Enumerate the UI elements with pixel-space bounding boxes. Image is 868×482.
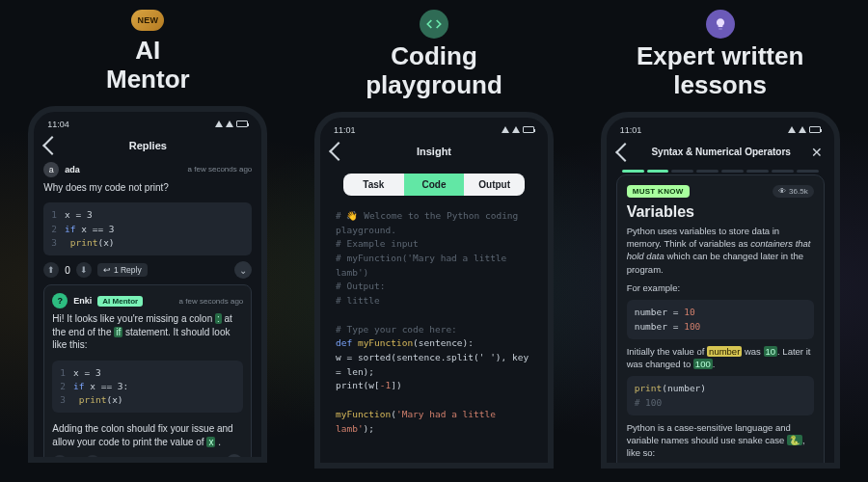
nav-title: Insight [353,146,515,157]
status-time: 11:01 [620,125,642,135]
must-know-badge: MUST KNOW [627,185,690,198]
upvote-button[interactable]: ⬆ [43,262,59,278]
code-editor[interactable]: # 👋 Welcome to the Python coding playgro… [330,205,538,441]
wifi-icon [502,126,509,133]
back-icon[interactable] [42,136,62,155]
signal-icon [512,126,520,133]
battery-icon [236,120,248,127]
back-icon[interactable] [329,142,348,161]
mentor-answer: ? Enki AI Mentor a few seconds ago Hi! I… [43,284,252,463]
phone-ai-mentor: 11:04 Replies a ada a few seconds ago [28,106,267,463]
view-count: 👁 36.5k [773,185,814,198]
phone-playground: 11:01 Insight Task Code Output # 👋 Welco… [314,112,554,469]
feature-playground: Codingplayground 11:01 Insight Task Code… [296,10,573,469]
nav-title: Syntax & Numerical Operators [639,147,803,157]
segmented-control: Task Code Output [343,174,525,196]
user-post: a ada a few seconds ago Why does my code… [43,162,252,279]
lesson-label: For example: [627,281,814,294]
post-body: Why does my code not print? [43,177,252,201]
vote-count: 0 [73,458,79,463]
battery-icon [809,126,821,133]
status-icons [788,125,821,135]
tab-output[interactable]: Output [464,174,525,196]
username[interactable]: Enki [73,296,92,306]
feature-title: Expert writtenlessons [637,42,803,100]
highlight: 🐍 [787,435,802,445]
code-icon [420,10,448,39]
phone-lessons: 11:01 Syntax & Numerical Operators ✕ MUS… [601,112,840,469]
avatar[interactable]: ? [52,293,68,308]
wifi-icon [215,120,223,127]
expand-icon[interactable]: ⌄ [226,454,243,463]
lesson-paragraph: Initially the value of number was 10. La… [627,345,814,371]
timestamp: a few seconds ago [179,297,244,306]
wifi-icon [788,126,796,133]
lesson-heading: Variables [627,203,814,221]
avatar[interactable]: a [43,162,59,177]
code-block: 1x = 3 2if x == 3 3 print(x) [43,202,252,255]
upvote-button[interactable]: ⬆ [52,455,68,463]
ai-mentor-chip: AI Mentor [97,296,143,307]
feature-ai-mentor: NEW AIMentor 11:04 Replies a [10,10,286,469]
highlight: number [707,346,742,357]
back-icon[interactable] [615,143,635,162]
highlight: 10 [764,346,778,357]
new-badge: NEW [131,10,164,31]
reply-button[interactable]: ↩ 1 Reply [97,263,148,277]
lesson-card: MUST KNOW 👁 36.5k Variables Python uses … [616,174,825,469]
timestamp: a few seconds ago [188,165,253,174]
status-icons [215,120,248,129]
feature-title: Codingplayground [366,42,502,100]
status-icons [502,125,534,135]
vote-count: 0 [65,265,70,276]
tab-code[interactable]: Code [404,174,465,196]
username[interactable]: ada [65,165,80,174]
code-block: 1x = 3 2if x == 3: 3 print(x) [52,361,243,414]
expand-icon[interactable]: ⌄ [234,261,252,279]
code-block: number = 10 number = 100 [627,300,814,339]
highlight: 100 [693,359,713,369]
nav-title: Replies [67,140,229,151]
code-block: print(number) # 100 [627,376,814,415]
signal-icon [799,126,806,133]
lesson-paragraph: Python is a case-sensitive language and … [627,421,814,460]
lesson-paragraph: Python uses variables to store data in m… [627,225,814,276]
tab-task[interactable]: Task [343,174,404,196]
signal-icon [226,120,233,127]
battery-icon [523,126,534,133]
close-icon[interactable]: ✕ [811,145,823,160]
feature-lessons: Expert writtenlessons 11:01 Syntax & Num… [582,10,858,469]
feature-title: AIMentor [106,37,190,94]
answer-body-2: Adding the colon should fix your issue a… [52,418,243,454]
downvote-button[interactable]: ⬇ [85,455,100,463]
lightbulb-icon [706,10,735,39]
code-block: this_is_a_long_variable_name [627,466,814,469]
status-time: 11:04 [47,120,69,129]
answer-body: Hi! It looks like you're missing a colon… [52,308,243,358]
downvote-button[interactable]: ⬇ [76,262,92,278]
status-time: 11:01 [334,125,356,135]
